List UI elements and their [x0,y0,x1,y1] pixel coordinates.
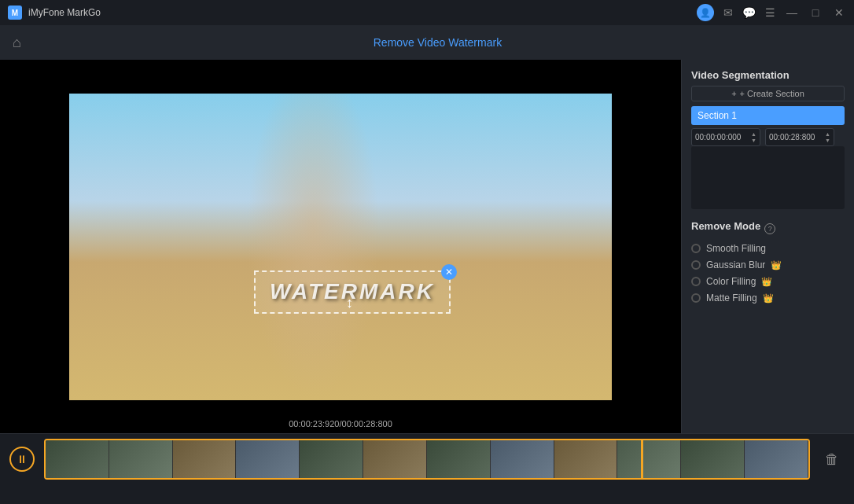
video-frame[interactable]: WATERMARK ✕ ↕ [69,94,612,400]
app-icon: M [8,6,22,20]
crown-color-icon: 👑 [761,277,772,287]
radio-smooth-circle [691,244,701,253]
section-1-label: Section 1 [698,110,737,121]
segmentation-section: Video Segmentation + + Create Section Se… [691,69,845,209]
time-display: 00:00:23:920/00:00:28:800 [289,419,392,429]
time-start-down[interactable]: ▼ [751,138,756,143]
radio-gaussian-label: Gaussian Blur [706,259,765,270]
segmentation-title: Video Segmentation [691,69,845,81]
timeline-track[interactable] [44,439,810,480]
segmentation-empty-area [691,146,845,209]
close-button[interactable]: ✕ [832,6,846,20]
thumb-9 [554,440,618,478]
maximize-button[interactable]: □ [808,6,823,20]
radio-color-circle [691,277,701,286]
crown-matte-icon: 👑 [763,293,774,304]
remove-mode-section: Remove Mode ? Smooth Filling Gaussian Bl… [691,220,845,309]
titlebar-right: 👤 ✉ 💬 ☰ — □ ✕ [697,4,846,21]
thumb-6 [363,440,427,478]
thumb-3 [173,440,237,478]
video-background [69,94,612,400]
bottom-area: ⏸ 🗑 [0,433,854,504]
section-1-item[interactable]: Section 1 [691,106,845,125]
delete-button[interactable]: 🗑 [819,447,845,472]
thumb-4 [236,440,300,478]
titlebar: M iMyFone MarkGo 👤 ✉ 💬 ☰ — □ ✕ [0,0,854,25]
page-title: Remove Video Watermark [34,36,841,49]
time-end-input[interactable]: 00:00:28:800 ▲ ▼ [765,128,834,146]
minimize-button[interactable]: — [785,6,799,20]
watermark-selection-box[interactable]: WATERMARK ✕ ↕ [254,270,451,314]
radio-color-label: Color Filling [706,276,756,287]
thumb-11 [681,440,745,478]
crown-gaussian-icon: 👑 [771,260,782,270]
right-panel: Video Segmentation + + Create Section Se… [681,60,854,433]
thumb-1 [46,440,109,478]
radio-matte-circle [691,293,701,303]
section-time-row: 00:00:00:000 ▲ ▼ 00:00:28:800 ▲ ▼ [691,128,845,146]
app-title: iMyFone MarkGo [28,7,101,18]
radio-gaussian-circle [691,260,701,270]
user-avatar-icon[interactable]: 👤 [697,4,714,21]
help-icon[interactable]: ? [764,223,775,234]
main-content: WATERMARK ✕ ↕ 00:00:23:920/00:00:28:800 … [0,60,854,433]
thumb-10 [617,440,681,478]
radio-gaussian-blur[interactable]: Gaussian Blur 👑 [691,259,845,270]
radio-smooth-filling[interactable]: Smooth Filling [691,243,845,254]
time-start-value: 00:00:00:000 [695,133,741,142]
time-start-up[interactable]: ▲ [751,131,756,137]
remove-mode-header: Remove Mode ? [691,220,845,237]
timeline-controls: ⏸ 🗑 [0,434,854,484]
time-end-value: 00:00:28:800 [769,133,815,142]
thumb-5 [300,440,363,478]
thumb-7 [427,440,491,478]
create-section-button[interactable]: + + Create Section [691,86,845,101]
radio-matte-label: Matte Filling [706,292,757,304]
mail-icon[interactable]: ✉ [723,6,733,19]
thumb-2 [109,440,173,478]
titlebar-left: M iMyFone MarkGo [8,6,101,20]
time-start-input[interactable]: 00:00:00:000 ▲ ▼ [691,128,760,146]
time-end-down[interactable]: ▼ [825,138,830,143]
thumb-8 [491,440,554,478]
video-area: WATERMARK ✕ ↕ 00:00:23:920/00:00:28:800 [0,60,681,433]
video-outer: WATERMARK ✕ ↕ [0,60,681,433]
time-end-arrows[interactable]: ▲ ▼ [825,131,830,143]
timeline-playhead[interactable] [641,439,643,479]
cursor-indicator: ↕ [346,295,359,312]
radio-color-filling[interactable]: Color Filling 👑 [691,276,845,287]
watermark-close-button[interactable]: ✕ [441,264,457,280]
thumb-12 [745,440,808,478]
plus-icon: + [731,89,736,98]
remove-mode-title: Remove Mode [691,220,760,232]
playhead-handle [637,439,647,440]
radio-smooth-label: Smooth Filling [706,243,766,254]
radio-matte-filling[interactable]: Matte Filling 👑 [691,292,845,304]
create-section-label: + Create Section [740,89,804,98]
chat-icon[interactable]: 💬 [742,6,756,19]
timeline-thumbnails [46,440,808,478]
menu-icon[interactable]: ☰ [765,6,775,19]
navbar: ⌂ Remove Video Watermark [0,25,854,60]
play-pause-button[interactable]: ⏸ [9,447,35,472]
time-start-arrows[interactable]: ▲ ▼ [751,131,756,143]
time-end-up[interactable]: ▲ [825,131,830,137]
home-button[interactable]: ⌂ [13,35,21,51]
